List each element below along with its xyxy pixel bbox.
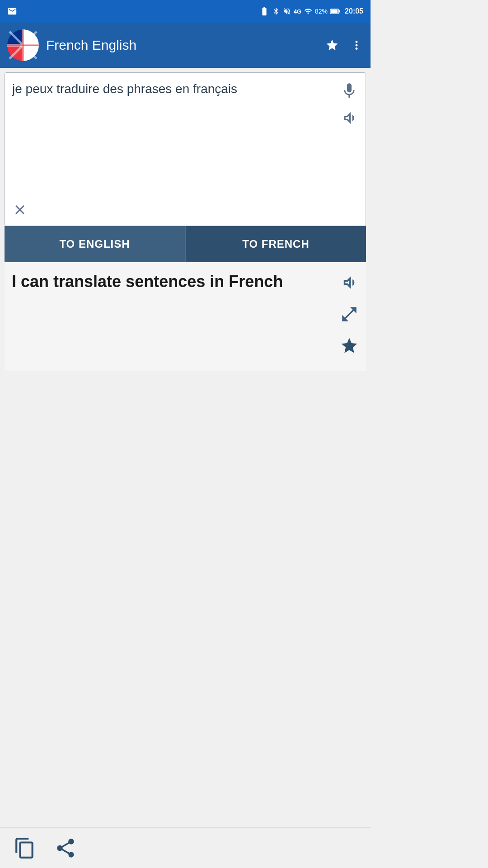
- speaker-input-icon[interactable]: [340, 109, 358, 127]
- mail-icon: [7, 6, 17, 16]
- input-area: je peux traduire des phrases en français: [5, 72, 366, 226]
- translation-result: I can translate sentences in French: [12, 271, 335, 362]
- bookmark-icon[interactable]: [325, 38, 339, 52]
- input-icons: [340, 80, 358, 151]
- microphone-icon[interactable]: [340, 82, 358, 100]
- expand-icon[interactable]: [340, 305, 359, 324]
- bluetooth-icon: [272, 7, 280, 15]
- network-label: 4G: [294, 8, 301, 15]
- result-icons: [340, 271, 359, 362]
- status-bar: 4G 82% 20:05: [0, 0, 371, 23]
- app-logo: [7, 29, 39, 61]
- more-options-icon[interactable]: [350, 38, 363, 52]
- battery-percent: 82%: [315, 8, 328, 15]
- bottom-bar: [0, 827, 371, 868]
- battery-full-icon: [330, 8, 340, 14]
- signal-icon: [304, 7, 312, 15]
- favorite-icon[interactable]: [340, 336, 359, 355]
- to-french-button[interactable]: TO FRENCH: [186, 226, 366, 262]
- app-bar-actions: [325, 38, 363, 52]
- french-flag-icon: [7, 29, 39, 61]
- translation-buttons: TO ENGLISH TO FRENCH: [5, 226, 366, 262]
- copy-icon[interactable]: [14, 837, 36, 859]
- svg-rect-1: [331, 9, 338, 13]
- battery-icon: [259, 6, 269, 16]
- to-english-button[interactable]: TO ENGLISH: [5, 226, 186, 262]
- status-left: [7, 6, 17, 16]
- svg-rect-2: [339, 10, 341, 12]
- content-area: [0, 371, 371, 687]
- app-title: French English: [46, 38, 318, 53]
- mute-icon: [283, 7, 291, 15]
- result-area: I can translate sentences in French: [5, 262, 366, 371]
- translation-input[interactable]: je peux traduire des phrases en français: [12, 80, 335, 151]
- time-display: 20:05: [345, 7, 363, 15]
- status-right: 4G 82% 20:05: [259, 6, 363, 16]
- speaker-result-icon[interactable]: [340, 273, 359, 292]
- input-top: je peux traduire des phrases en français: [12, 80, 358, 151]
- app-bar: French English: [0, 23, 371, 68]
- clear-button[interactable]: [12, 202, 28, 219]
- share-icon[interactable]: [54, 837, 77, 859]
